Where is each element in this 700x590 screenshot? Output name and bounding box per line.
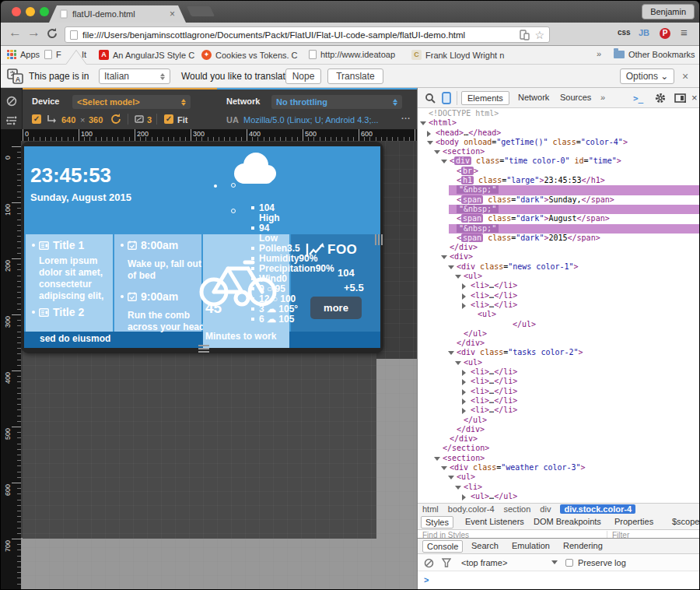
preserve-log-label[interactable]: Preserve log xyxy=(578,558,626,567)
expand-arrow-open-icon[interactable] xyxy=(455,275,461,279)
expand-arrow-closed-icon[interactable] xyxy=(462,408,466,414)
tab-close-icon[interactable]: × xyxy=(170,10,175,18)
expand-arrow-open-icon[interactable] xyxy=(448,476,454,479)
css-extension-icon[interactable]: css xyxy=(618,28,631,37)
nope-button[interactable]: Nope xyxy=(285,68,321,84)
translate-button[interactable]: Translate xyxy=(327,68,383,84)
tree-mutation-highlight-row[interactable]: "&nbsp;" xyxy=(418,205,700,214)
task-row[interactable]: 8:00am xyxy=(121,239,178,251)
fit-checkbox[interactable]: ✓ xyxy=(164,114,173,124)
expand-arrow-closed-icon[interactable] xyxy=(462,494,466,500)
expand-arrow-open-icon[interactable] xyxy=(448,351,454,355)
expand-arrow-closed-icon[interactable] xyxy=(462,389,466,395)
sidebar-tab[interactable]: DOM Breakpoints xyxy=(530,516,605,529)
tab-sources[interactable]: Sources xyxy=(555,91,597,105)
bookmark-item[interactable]: AAn AngularJS Style C xyxy=(99,50,194,60)
sidebar-tabs-overflow-chevron[interactable]: » xyxy=(695,516,700,529)
reload-button[interactable] xyxy=(46,27,58,40)
breadcrumb-item[interactable]: div xyxy=(540,504,551,514)
tree-node-row[interactable]: <div> xyxy=(418,252,700,262)
expand-arrow-closed-icon[interactable] xyxy=(462,399,466,405)
console-drawer-tab[interactable]: Console xyxy=(422,540,463,553)
breadcrumb-item[interactable]: body.color-4 xyxy=(448,504,495,514)
filter-funnel-icon[interactable] xyxy=(442,558,451,567)
tree-node-row[interactable]: <ul> xyxy=(418,358,700,367)
elements-tree[interactable]: <!DOCTYPE html><html><head>…</head><body… xyxy=(418,109,700,503)
device-model-select[interactable]: <Select model> xyxy=(72,95,191,109)
tree-node-row[interactable]: <li>…</li> xyxy=(418,281,700,290)
chevron-down-icon[interactable] xyxy=(551,560,558,564)
zoom-window-button[interactable] xyxy=(40,7,49,16)
tree-node-row[interactable]: <span class="dark">2015</span> xyxy=(418,234,700,243)
tree-node-row[interactable]: <section> xyxy=(418,454,700,463)
viewport-height[interactable]: 360 xyxy=(89,115,103,125)
tree-node-row[interactable]: </ul> xyxy=(418,329,700,339)
expand-arrow-open-icon[interactable] xyxy=(441,466,447,470)
console-drawer-tab[interactable]: Rendering xyxy=(559,540,607,553)
console-drawer-tab[interactable]: Search xyxy=(467,540,502,553)
device-mode-toggle-icon[interactable] xyxy=(442,92,451,104)
viewport-width[interactable]: 640 xyxy=(61,115,75,125)
sidebar-tab[interactable]: Properties xyxy=(611,516,657,529)
address-bar[interactable]: file:///Users/benjaminscottlagrone/Docum… xyxy=(65,26,550,43)
tree-node-row[interactable]: <!DOCTYPE html> xyxy=(418,109,700,118)
expand-arrow-closed-icon[interactable] xyxy=(462,379,466,385)
language-select[interactable]: Italian xyxy=(99,68,170,84)
expand-arrow-closed-icon[interactable] xyxy=(427,131,431,137)
tree-node-row[interactable]: <div class="tasks color-2"> xyxy=(418,348,700,357)
devtools-settings-icon[interactable] xyxy=(655,93,666,104)
bookmark-item[interactable]: http://www.ideatoap xyxy=(309,50,395,59)
devbar-more[interactable]: ... xyxy=(401,111,411,121)
sidebar-tab[interactable]: Styles xyxy=(421,516,453,529)
tree-node-row[interactable]: <br> xyxy=(418,167,700,176)
expand-arrow-closed-icon[interactable] xyxy=(462,283,466,290)
tree-node-row[interactable]: <h1 class="large">23:45:53</h1> xyxy=(418,176,700,185)
console-toggle-icon[interactable]: >_ xyxy=(633,93,643,104)
tree-node-row[interactable]: </div> xyxy=(418,434,700,444)
expand-arrow-closed-icon[interactable] xyxy=(462,303,466,309)
expand-arrow-open-icon[interactable] xyxy=(448,265,454,269)
expand-arrow-open-icon[interactable] xyxy=(455,361,461,365)
expand-arrow-open-icon[interactable] xyxy=(441,160,447,163)
translate-close-icon[interactable]: × xyxy=(682,70,688,83)
bookmark-star-icon[interactable]: ☆ xyxy=(534,31,544,39)
profile-button[interactable]: Benjamin xyxy=(642,4,695,19)
dock-side-icon[interactable] xyxy=(674,93,686,103)
tree-node-row[interactable]: <section> xyxy=(418,147,700,156)
tree-node-row[interactable]: <ul>…</ul> xyxy=(418,492,700,501)
tree-mutation-highlight-row[interactable]: "&nbsp;" xyxy=(418,185,700,195)
expand-arrow-open-icon[interactable] xyxy=(427,141,433,145)
tree-node-row[interactable]: </div> xyxy=(418,243,700,252)
tree-node-row[interactable]: <span class="dark">Sunday,</span> xyxy=(418,195,700,205)
tree-node-row[interactable]: <li>…</li> xyxy=(418,377,700,386)
tree-node-row[interactable]: <head>…</head> xyxy=(418,128,700,138)
find-in-styles-placeholder[interactable]: Find in Styles xyxy=(422,531,469,538)
tree-node-row[interactable]: <ul> xyxy=(418,272,700,281)
filter-placeholder[interactable]: Filter xyxy=(612,531,629,538)
devtools-close-icon[interactable]: × xyxy=(691,92,698,104)
task-row[interactable]: 9:00am xyxy=(121,290,178,303)
rotate-icon[interactable] xyxy=(46,114,57,125)
breadcrumb-item[interactable]: html xyxy=(422,504,439,514)
bookmark-item[interactable]: F xyxy=(44,50,61,59)
preserve-log-checkbox[interactable] xyxy=(565,559,573,567)
tree-node-row[interactable]: <ul> xyxy=(418,310,700,319)
network-throttling-select[interactable]: No throttling xyxy=(271,95,402,109)
tree-node-row[interactable]: </ul> xyxy=(418,320,700,329)
device-enabled-checkbox[interactable]: ✓ xyxy=(32,114,41,124)
tree-node-row[interactable]: <div class="time color-0" id="time"> xyxy=(418,156,700,166)
tree-node-row[interactable]: </div> xyxy=(418,339,700,348)
frame-context-select[interactable]: <top frame> xyxy=(461,558,507,567)
tree-node-row[interactable]: <li> xyxy=(418,483,700,492)
device-mode-field-icon[interactable] xyxy=(520,30,530,40)
back-button[interactable]: ← xyxy=(9,25,22,40)
resize-handle-bottom[interactable] xyxy=(198,345,209,588)
ua-value[interactable]: Mozilla/5.0 (Linux; U; Android 4.3;... xyxy=(243,115,396,125)
bookmark-item[interactable]: ✦Cookies vs Tokens. C xyxy=(201,50,298,60)
block-icon[interactable] xyxy=(6,96,17,107)
sidebar-tab[interactable]: Event Listeners xyxy=(461,516,528,529)
apps-shortcut[interactable]: Apps xyxy=(7,50,40,59)
expand-arrow-closed-icon[interactable] xyxy=(462,293,466,300)
tree-node-row[interactable]: <li>…</li> xyxy=(418,396,700,406)
forward-button[interactable]: → xyxy=(27,25,40,40)
